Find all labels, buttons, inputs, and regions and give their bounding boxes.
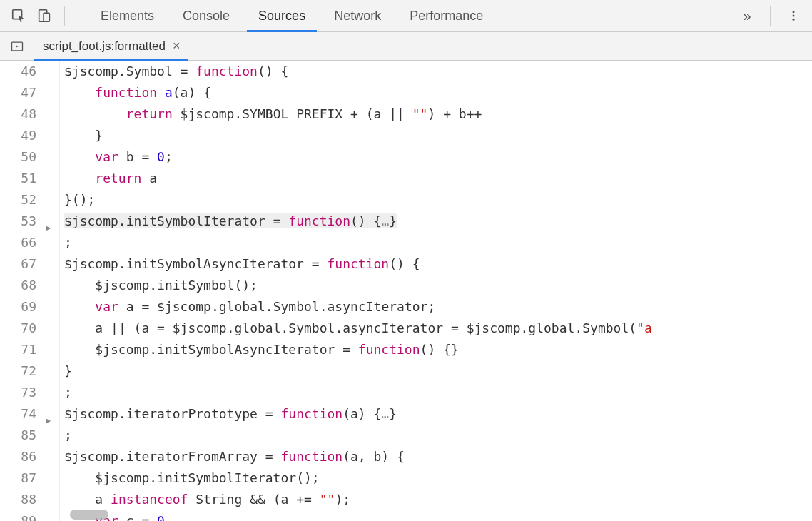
device-toolbar-icon[interactable] bbox=[31, 3, 57, 29]
line-number[interactable]: 86 bbox=[0, 446, 36, 467]
svg-point-4 bbox=[793, 15, 795, 17]
code-line[interactable]: } bbox=[64, 125, 812, 146]
line-number[interactable]: 50 bbox=[0, 146, 36, 168]
line-number[interactable]: 67 bbox=[0, 253, 36, 275]
svg-point-5 bbox=[793, 19, 795, 21]
line-number[interactable]: 71 bbox=[0, 339, 36, 360]
line-number[interactable]: 52 bbox=[0, 189, 36, 211]
line-number[interactable]: 70 bbox=[0, 318, 36, 339]
code-line[interactable]: }(); bbox=[64, 189, 812, 211]
line-number[interactable]: 53 bbox=[0, 211, 36, 232]
fold-gutter: ▶▶ bbox=[44, 61, 60, 521]
code-line[interactable]: return a bbox=[64, 168, 812, 189]
code-line[interactable]: var b = 0; bbox=[64, 146, 812, 168]
line-number[interactable]: 48 bbox=[0, 103, 36, 125]
code-line[interactable]: ; bbox=[64, 382, 812, 403]
tab-elements[interactable]: Elements bbox=[86, 0, 168, 31]
code-line[interactable]: return $jscomp.SYMBOL_PREFIX + (a || "")… bbox=[64, 103, 812, 125]
line-number[interactable]: 73 bbox=[0, 382, 36, 403]
code-line[interactable]: a || (a = $jscomp.global.Symbol.asyncIte… bbox=[64, 318, 812, 339]
code-line[interactable]: $jscomp.iteratorFromArray = function(a, … bbox=[64, 446, 812, 467]
line-number[interactable]: 85 bbox=[0, 425, 36, 446]
fold-ellipsis[interactable]: … bbox=[381, 213, 389, 228]
kebab-menu-icon[interactable] bbox=[781, 3, 806, 29]
separator bbox=[64, 6, 65, 26]
horizontal-scrollbar-thumb[interactable] bbox=[70, 510, 108, 520]
code-content[interactable]: $jscomp.Symbol = function() { function a… bbox=[60, 61, 812, 521]
line-number[interactable]: 66 bbox=[0, 232, 36, 253]
line-number-gutter: 4647484950515253666768697071727374858687… bbox=[0, 61, 44, 521]
code-line[interactable]: a instanceof String && (a += ""); bbox=[64, 489, 812, 510]
devtools-toolbar: ElementsConsoleSourcesNetworkPerformance… bbox=[0, 0, 812, 32]
code-line[interactable]: ; bbox=[64, 425, 812, 446]
code-editor[interactable]: 4647484950515253666768697071727374858687… bbox=[0, 61, 812, 521]
code-line[interactable]: function a(a) { bbox=[64, 82, 812, 103]
code-line[interactable]: $jscomp.Symbol = function() { bbox=[64, 61, 812, 82]
sources-subbar: script_foot.js:formatted × bbox=[0, 32, 812, 61]
code-line[interactable]: $jscomp.iteratorPrototype = function(a) … bbox=[64, 403, 812, 425]
overflow-tabs-button[interactable]: » bbox=[734, 3, 760, 29]
line-number[interactable]: 89 bbox=[0, 510, 36, 521]
svg-rect-2 bbox=[44, 13, 49, 21]
svg-point-3 bbox=[793, 11, 795, 13]
fold-ellipsis[interactable]: … bbox=[381, 406, 389, 421]
line-number[interactable]: 87 bbox=[0, 467, 36, 489]
code-line[interactable]: $jscomp.initSymbol(); bbox=[64, 275, 812, 296]
line-number[interactable]: 69 bbox=[0, 296, 36, 318]
navigator-toggle-icon[interactable] bbox=[6, 35, 29, 58]
code-line[interactable]: var c = 0 bbox=[64, 510, 812, 521]
code-line[interactable]: } bbox=[64, 360, 812, 382]
line-number[interactable]: 46 bbox=[0, 61, 36, 82]
line-number[interactable]: 49 bbox=[0, 125, 36, 146]
code-line[interactable]: var a = $jscomp.global.Symbol.asyncItera… bbox=[64, 296, 812, 318]
code-line[interactable]: $jscomp.initSymbolAsyncIterator = functi… bbox=[64, 253, 812, 275]
code-line[interactable]: $jscomp.initSymbolIterator = function() … bbox=[64, 211, 812, 232]
file-tab[interactable]: script_foot.js:formatted × bbox=[34, 32, 188, 60]
inspect-element-icon[interactable] bbox=[6, 3, 31, 29]
separator bbox=[770, 6, 771, 26]
close-icon[interactable]: × bbox=[173, 39, 181, 54]
line-number[interactable]: 68 bbox=[0, 275, 36, 296]
fold-arrow-icon[interactable]: ▶ bbox=[46, 217, 51, 238]
tab-network[interactable]: Network bbox=[320, 0, 395, 31]
fold-arrow-icon[interactable]: ▶ bbox=[46, 410, 51, 431]
tab-sources[interactable]: Sources bbox=[244, 0, 320, 31]
line-number[interactable]: 72 bbox=[0, 360, 36, 382]
line-number[interactable]: 88 bbox=[0, 489, 36, 510]
panel-tabs: ElementsConsoleSourcesNetworkPerformance bbox=[86, 0, 734, 31]
code-line[interactable]: $jscomp.initSymbolAsyncIterator = functi… bbox=[64, 339, 812, 360]
line-number[interactable]: 51 bbox=[0, 168, 36, 189]
file-tab-label: script_foot.js:formatted bbox=[43, 39, 166, 54]
line-number[interactable]: 47 bbox=[0, 82, 36, 103]
tab-console[interactable]: Console bbox=[168, 0, 244, 31]
line-number[interactable]: 74 bbox=[0, 403, 36, 425]
code-line[interactable]: ; bbox=[64, 232, 812, 253]
tab-performance[interactable]: Performance bbox=[395, 0, 497, 31]
code-line[interactable]: $jscomp.initSymbolIterator(); bbox=[64, 467, 812, 489]
